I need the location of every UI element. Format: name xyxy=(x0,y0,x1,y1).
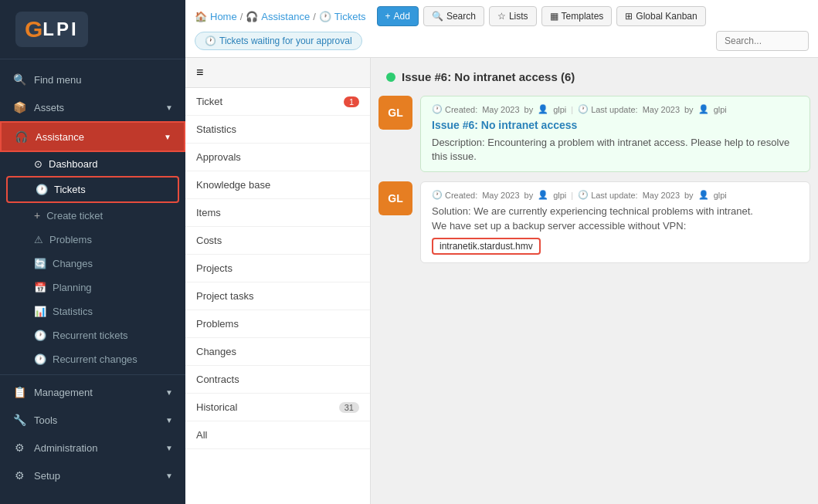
assets-icon: 📦 xyxy=(12,100,26,114)
approvals-item-label: Approvals xyxy=(196,151,241,163)
templates-label: Templates xyxy=(562,11,604,22)
sidebar-sub-statistics[interactable]: 📊 Statistics xyxy=(0,299,185,323)
last-update-label-2: 🕐 Last update: xyxy=(578,190,638,200)
last-update-date-2: May 2023 xyxy=(643,191,680,200)
sidebar-item-assistance[interactable]: 🎧 Assistance ▼ xyxy=(0,121,185,152)
tools-icon: 🔧 xyxy=(12,413,26,427)
home-icon: 🏠 xyxy=(195,11,207,22)
card-desc-2: Solution: We are currently experiencing … xyxy=(432,205,799,232)
content-area: ≡ Ticket 1 Statistics Approvals Knowledg… xyxy=(185,58,818,504)
problems-item-label: Problems xyxy=(196,318,239,330)
by-label-1: by xyxy=(524,105,534,114)
sidebar-item-management[interactable]: 📋 Management ▼ xyxy=(0,378,185,406)
problems-label: Problems xyxy=(49,234,92,245)
search-icon: 🔍 xyxy=(432,11,443,22)
breadcrumb-home[interactable]: Home xyxy=(210,11,237,22)
sidebar-item-find-menu[interactable]: 🔍 Find menu xyxy=(0,66,185,93)
card-body-2: 🕐 Created: May 2023 by 👤 glpi | 🕐 Last u… xyxy=(420,181,810,262)
sidebar-item-assets[interactable]: 📦 Assets ▼ xyxy=(0,93,185,121)
update-clock-icon-1: 🕐 xyxy=(578,104,589,114)
breadcrumb-assistance[interactable]: Assistance xyxy=(261,11,310,22)
panel-problems[interactable]: Problems xyxy=(185,310,370,338)
meta-divider-1: | xyxy=(571,105,573,114)
nav-divider-1 xyxy=(0,374,185,375)
items-item-label: Items xyxy=(196,207,221,218)
panel-items[interactable]: Items xyxy=(185,199,370,227)
setup-icon: ⚙ xyxy=(12,468,26,482)
panel-statistics[interactable]: Statistics xyxy=(185,116,370,144)
panel-project-tasks[interactable]: Project tasks xyxy=(185,282,370,310)
solution-link[interactable]: intranetik.stardust.hmv xyxy=(432,238,541,255)
panel-costs[interactable]: Costs xyxy=(185,227,370,255)
panel-approvals[interactable]: Approvals xyxy=(185,144,370,171)
panel-ticket-item[interactable]: Ticket 1 xyxy=(185,88,370,116)
logo: G LPI xyxy=(0,0,185,59)
sidebar-item-administration[interactable]: ⚙ Administration ▼ xyxy=(0,434,185,462)
sidebar-item-tools[interactable]: 🔧 Tools ▼ xyxy=(0,406,185,434)
knowledge-base-item-label: Knowledge base xyxy=(196,179,270,191)
last-update-label-1: 🕐 Last update: xyxy=(578,104,638,114)
breadcrumb-tickets[interactable]: Tickets xyxy=(334,11,366,22)
changes-item-label: Changes xyxy=(196,346,236,357)
sidebar-sub-planning[interactable]: 📅 Planning xyxy=(0,276,185,299)
add-button[interactable]: + Add xyxy=(377,6,419,26)
clock-icon-1: 🕐 xyxy=(432,104,443,114)
update-clock-icon-2: 🕐 xyxy=(578,190,589,200)
search-button[interactable]: 🔍 Search xyxy=(423,6,484,26)
created-by-1: glpi xyxy=(553,105,566,114)
dashboard-label: Dashboard xyxy=(49,158,98,170)
sidebar-sub-create-ticket[interactable]: + Create ticket xyxy=(0,203,185,228)
planning-icon: 📅 xyxy=(34,282,46,293)
approval-button[interactable]: 🕐 Tickets waiting for your approval xyxy=(195,32,362,50)
management-arrow: ▼ xyxy=(165,388,173,397)
status-dot xyxy=(386,73,395,82)
sidebar-item-setup[interactable]: ⚙ Setup ▼ xyxy=(0,462,185,489)
administration-icon: ⚙ xyxy=(12,441,26,455)
sidebar-sub-problems[interactable]: ⚠ Problems xyxy=(0,228,185,252)
panel-projects[interactable]: Projects xyxy=(185,255,370,282)
sidebar-sub-recurrent-tickets[interactable]: 🕐 Recurrent tickets xyxy=(0,323,185,347)
panel-ticket-label: Ticket xyxy=(196,96,222,107)
lists-icon: ☆ xyxy=(497,11,506,22)
problems-icon: ⚠ xyxy=(34,234,43,245)
panel-knowledge-base[interactable]: Knowledge base xyxy=(185,171,370,199)
panel-all[interactable]: All xyxy=(185,421,370,449)
all-item-label: All xyxy=(196,429,207,441)
left-panel: ≡ Ticket 1 Statistics Approvals Knowledg… xyxy=(185,58,371,504)
statistics-label: Statistics xyxy=(53,306,93,317)
panel-contracts[interactable]: Contracts xyxy=(185,366,370,394)
search-input[interactable] xyxy=(716,31,809,51)
assistance-arrow: ▼ xyxy=(164,133,171,141)
breadcrumb-tickets-icon: 🕐 xyxy=(319,11,331,22)
panel-changes[interactable]: Changes xyxy=(185,338,370,366)
sidebar-sub-tickets[interactable]: 🕐 Tickets xyxy=(6,176,179,203)
logo-g: G xyxy=(25,18,42,41)
breadcrumb-assistance-icon: 🎧 xyxy=(246,11,258,22)
lists-button[interactable]: ☆ Lists xyxy=(489,6,537,26)
created-label-1: 🕐 Created: xyxy=(432,104,477,114)
issue-header: Issue #6: No intranet access (6) xyxy=(378,66,810,88)
find-menu-label: Find menu xyxy=(34,74,173,86)
global-kanban-button[interactable]: ⊞ Global Kanban xyxy=(616,6,705,26)
card-title-1: Issue #6: No intranet access xyxy=(432,119,799,131)
issue-title: Issue #6: No intranet access (6) xyxy=(402,70,575,83)
tickets-icon: 🕐 xyxy=(36,184,48,195)
dashboard-icon: ⊙ xyxy=(34,158,42,170)
last-update-by-1: glpi xyxy=(714,105,727,114)
panel-ticket-count: 1 xyxy=(344,96,359,107)
update-user-icon-1: 👤 xyxy=(698,104,709,114)
sidebar-sub-dashboard[interactable]: ⊙ Dashboard xyxy=(0,152,185,176)
templates-icon: ▦ xyxy=(550,11,558,22)
panel-historical[interactable]: Historical 31 xyxy=(185,394,370,421)
created-by-2: glpi xyxy=(553,191,566,200)
assistance-icon: 🎧 xyxy=(14,130,28,144)
sidebar: G LPI 🔍 Find menu 📦 Assets ▼ 🎧 Assistanc… xyxy=(0,0,185,504)
recurrent-tickets-icon: 🕐 xyxy=(34,330,46,341)
sidebar-sub-changes[interactable]: 🔄 Changes xyxy=(0,252,185,276)
sidebar-sub-recurrent-changes[interactable]: 🕐 Recurrent changes xyxy=(0,347,185,371)
avatar-2: GL xyxy=(378,181,412,215)
templates-button[interactable]: ▦ Templates xyxy=(541,6,613,26)
changes-icon: 🔄 xyxy=(34,258,46,269)
management-icon: 📋 xyxy=(12,385,26,399)
by-label-2: by xyxy=(524,191,534,200)
